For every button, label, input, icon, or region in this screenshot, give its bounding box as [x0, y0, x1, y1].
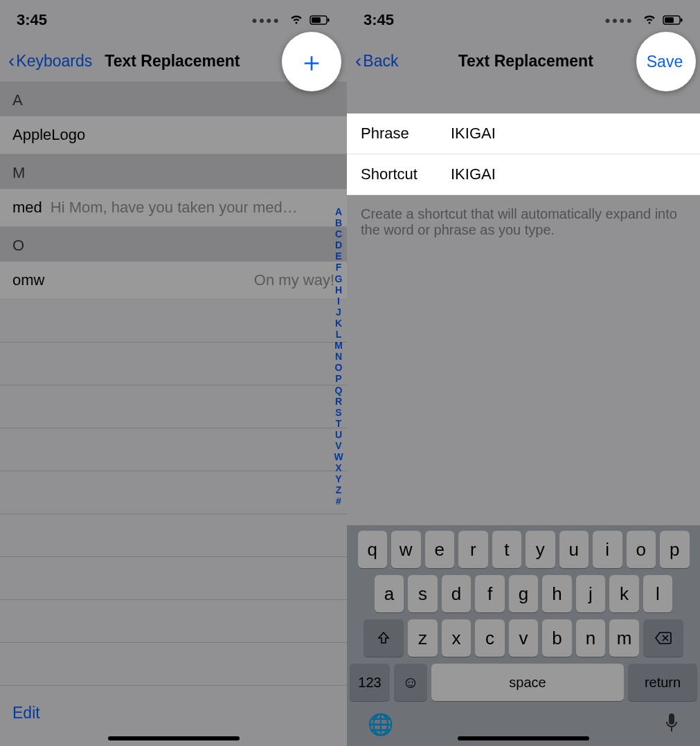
key-f[interactable]: f: [475, 575, 505, 612]
section-header: M: [0, 154, 347, 189]
index-letter[interactable]: O: [332, 362, 345, 373]
key-u[interactable]: u: [559, 531, 589, 568]
key-v[interactable]: v: [509, 619, 539, 657]
index-letter[interactable]: U: [332, 429, 345, 440]
svg-rect-2: [327, 19, 330, 22]
clock: 3:45: [17, 11, 47, 29]
save-button[interactable]: Save: [636, 32, 696, 91]
key-z[interactable]: z: [408, 619, 438, 657]
shortcut-text: med: [12, 199, 42, 217]
key-j[interactable]: j: [576, 575, 606, 612]
index-letter[interactable]: Z: [332, 484, 345, 495]
list-item[interactable]: omwOn my way!: [0, 262, 347, 300]
key-q[interactable]: q: [358, 531, 388, 568]
index-letter[interactable]: X: [332, 462, 345, 473]
index-letter[interactable]: B: [332, 217, 345, 228]
key-k[interactable]: k: [609, 575, 639, 612]
key-space[interactable]: space: [431, 664, 624, 701]
section-index[interactable]: ABCDEFGHIJKLMNOPQRSTUVWXYZ#: [332, 206, 345, 507]
index-letter[interactable]: W: [332, 451, 345, 462]
key-w[interactable]: w: [391, 531, 421, 568]
index-letter[interactable]: #: [332, 495, 345, 507]
index-letter[interactable]: A: [332, 206, 345, 217]
back-button[interactable]: ‹ Keyboards: [8, 51, 92, 71]
phrase-value: IKIGAI: [451, 125, 496, 143]
key-g[interactable]: g: [509, 575, 539, 612]
key-x[interactable]: x: [442, 619, 472, 657]
list-item[interactable]: AppleLogo: [0, 116, 347, 154]
key-p[interactable]: p: [660, 531, 690, 568]
key-y[interactable]: y: [526, 531, 555, 568]
battery-icon: [309, 11, 330, 29]
index-letter[interactable]: R: [332, 396, 345, 407]
index-letter[interactable]: C: [332, 228, 345, 239]
key-shift[interactable]: [364, 619, 404, 657]
index-letter[interactable]: K: [332, 318, 345, 329]
key-l[interactable]: l: [643, 575, 673, 612]
key-e[interactable]: e: [425, 531, 455, 568]
index-letter[interactable]: E: [332, 251, 345, 262]
edit-button[interactable]: Edit: [12, 704, 40, 722]
home-indicator[interactable]: [108, 736, 240, 740]
replacement-list[interactable]: AAppleLogoMmedHi Mom, have you taken you…: [0, 82, 347, 300]
battery-icon: [663, 11, 683, 29]
index-letter[interactable]: D: [332, 239, 345, 251]
globe-icon[interactable]: 🌐: [368, 712, 393, 738]
mic-icon[interactable]: [664, 712, 679, 738]
key-n[interactable]: n: [576, 619, 606, 657]
chevron-left-icon: ‹: [8, 51, 15, 71]
svg-rect-4: [665, 17, 674, 23]
key-d[interactable]: d: [442, 575, 472, 612]
key-t[interactable]: t: [492, 531, 522, 568]
shortcut-row[interactable]: Shortcut IKIGAI: [347, 154, 700, 195]
key-return[interactable]: return: [628, 664, 697, 701]
back-button[interactable]: ‹ Back: [355, 51, 398, 71]
shortcut-label: Shortcut: [361, 165, 451, 183]
index-letter[interactable]: P: [332, 373, 345, 384]
index-letter[interactable]: M: [332, 340, 345, 351]
index-letter[interactable]: H: [332, 284, 345, 295]
index-letter[interactable]: I: [332, 295, 345, 307]
key-a[interactable]: a: [375, 575, 404, 612]
key-i[interactable]: i: [593, 531, 622, 568]
key-s[interactable]: s: [408, 575, 438, 612]
home-indicator[interactable]: [458, 736, 589, 740]
key-b[interactable]: b: [542, 619, 572, 657]
list-item[interactable]: medHi Mom, have you taken your med…: [0, 189, 347, 227]
index-letter[interactable]: S: [332, 407, 345, 418]
shortcut-text: omw: [12, 271, 44, 289]
back-label: Keyboards: [16, 52, 92, 71]
key-h[interactable]: h: [542, 575, 572, 612]
key-r[interactable]: r: [458, 531, 488, 568]
key-123[interactable]: 123: [350, 664, 390, 701]
key-o[interactable]: o: [627, 531, 656, 568]
hint-text: Create a shortcut that will automaticall…: [347, 195, 700, 249]
index-letter[interactable]: G: [332, 273, 345, 284]
back-label: Back: [363, 52, 398, 71]
key-c[interactable]: c: [475, 619, 505, 657]
index-letter[interactable]: N: [332, 351, 345, 362]
svg-rect-1: [312, 17, 321, 23]
index-letter[interactable]: F: [332, 262, 345, 273]
nav-title: Text Replacement: [100, 52, 300, 71]
key-backspace[interactable]: [643, 619, 683, 657]
index-letter[interactable]: V: [332, 440, 345, 451]
key-m[interactable]: m: [609, 619, 639, 657]
index-letter[interactable]: Q: [332, 385, 345, 396]
phrase-row[interactable]: Phrase IKIGAI: [347, 113, 700, 154]
chevron-left-icon: ‹: [355, 51, 361, 71]
keyboard[interactable]: qwertyuiop asdfghjkl zxcvbnm 123 ☺ space…: [347, 525, 700, 746]
index-letter[interactable]: Y: [332, 473, 345, 484]
wifi-icon: [289, 11, 304, 29]
add-button[interactable]: ＋: [282, 32, 341, 91]
bottom-toolbar: Edit: [0, 704, 347, 722]
index-letter[interactable]: L: [332, 329, 345, 340]
index-letter[interactable]: T: [332, 418, 345, 429]
status-icons: ●●●●: [604, 11, 683, 29]
status-bar: 3:45 ●●●●: [0, 0, 347, 40]
index-letter[interactable]: J: [332, 307, 345, 318]
status-bar: 3:45 ●●●●: [347, 0, 700, 40]
screen-text-replacement-list: 3:45 ●●●● ‹ Keyboards Text Replacement ＋…: [0, 0, 347, 746]
key-emoji[interactable]: ☺: [394, 664, 427, 701]
status-icons: ●●●●: [251, 11, 330, 29]
